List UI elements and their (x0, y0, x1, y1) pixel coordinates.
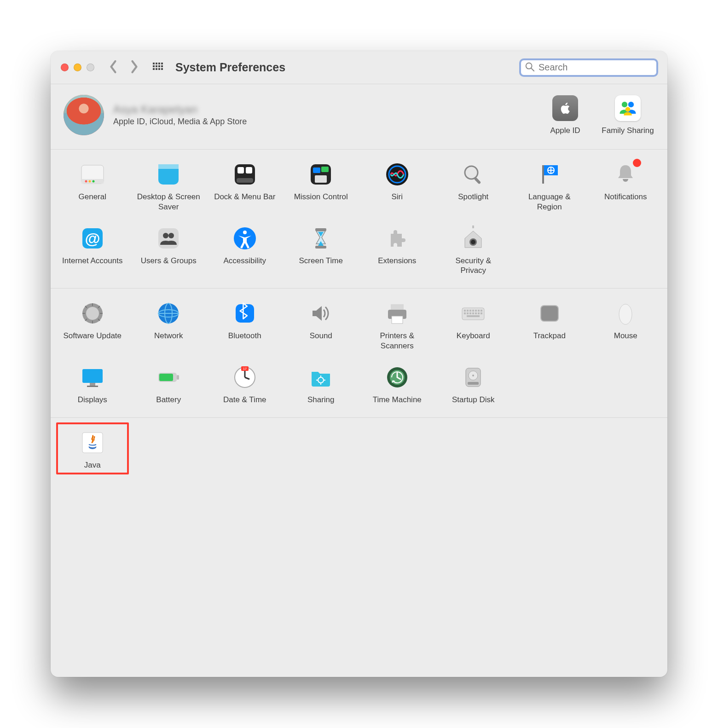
pref-label: Sound (310, 331, 332, 341)
general-icon (79, 161, 106, 188)
pref-row: Software UpdateNetworkBluetoothSoundPrin… (61, 300, 657, 351)
svg-rect-11 (161, 68, 163, 70)
apple-logo-icon (551, 94, 579, 122)
pref-screen-time[interactable]: Screen Time (290, 225, 353, 276)
pref-label: Accessibility (223, 256, 266, 266)
pref-language-region[interactable]: Language & Region (518, 161, 581, 212)
zoom-button[interactable] (87, 64, 94, 71)
desktop-icon (155, 161, 182, 188)
pref-dock-menubar[interactable]: Dock & Menu Bar (213, 161, 277, 212)
apple-id-label: Apple ID (550, 126, 580, 135)
house-lock-icon (459, 225, 487, 252)
pref-label: Mouse (614, 331, 637, 341)
search-field[interactable] (519, 58, 658, 77)
pref-section: Software UpdateNetworkBluetoothSoundPrin… (51, 289, 667, 418)
account-subtitle: Apple ID, iCloud, Media & App Store (113, 117, 247, 127)
gear-icon (79, 300, 106, 327)
pref-extensions[interactable]: Extensions (365, 225, 429, 276)
pref-label: General (79, 192, 106, 202)
pref-desktop-screensaver[interactable]: Desktop & Screen Saver (137, 161, 201, 212)
pref-users-groups[interactable]: Users & Groups (137, 225, 201, 276)
family-icon (614, 94, 642, 122)
toolbar: System Preferences (51, 51, 667, 84)
pref-spotlight[interactable]: Spotlight (442, 161, 505, 212)
pref-label: Notifications (604, 192, 647, 202)
pref-general[interactable]: General (61, 161, 124, 212)
pref-date-time[interactable]: Date & Time (213, 364, 277, 404)
pref-label: Time Machine (373, 395, 422, 404)
pref-label: Date & Time (223, 395, 266, 404)
show-all-button[interactable] (152, 62, 163, 73)
pref-label: Internet Accounts (62, 256, 122, 266)
apple-id-pref[interactable]: Apple ID (538, 94, 592, 135)
siri-icon (383, 161, 411, 188)
users-icon (155, 225, 182, 252)
pref-sharing[interactable]: Sharing (290, 364, 353, 404)
pref-trackpad[interactable]: Trackpad (518, 300, 581, 351)
pref-network[interactable]: Network (137, 300, 201, 351)
pref-security-privacy[interactable]: Security & Privacy (442, 225, 505, 276)
pref-keyboard[interactable]: Keyboard (442, 300, 505, 351)
user-avatar[interactable] (64, 95, 104, 135)
pref-accessibility[interactable]: Accessibility (213, 225, 277, 276)
magnifier-icon (459, 161, 487, 188)
pref-battery[interactable]: Battery (137, 364, 201, 404)
printer-icon (383, 300, 411, 327)
pref-row: Java (61, 429, 657, 470)
account-right: Apple ID Family Sharing (538, 94, 654, 135)
account-text: Asya Karapetyan Apple ID, iCloud, Media … (113, 103, 247, 127)
pref-time-machine[interactable]: Time Machine (365, 364, 429, 404)
trackpad-icon (536, 300, 563, 327)
mouse-icon (612, 300, 639, 327)
pref-label: Java (84, 460, 101, 470)
pref-java[interactable]: Java (56, 422, 129, 474)
pref-label: Dock & Menu Bar (214, 192, 275, 202)
family-sharing-label: Family Sharing (602, 126, 654, 135)
globe-icon (155, 300, 182, 327)
pref-mission-control[interactable]: Mission Control (290, 161, 353, 212)
svg-rect-10 (158, 68, 160, 70)
flag-icon (536, 161, 563, 188)
minimize-button[interactable] (74, 64, 81, 71)
pref-notifications[interactable]: Notifications (594, 161, 658, 212)
window-title: System Preferences (175, 61, 285, 74)
search-input[interactable] (538, 62, 653, 73)
pref-label: Users & Groups (141, 256, 197, 266)
svg-rect-1 (156, 63, 157, 64)
close-button[interactable] (61, 64, 69, 71)
pref-printers-scanners[interactable]: Printers & Scanners (365, 300, 429, 351)
pref-internet-accounts[interactable]: Internet Accounts (61, 225, 124, 276)
family-sharing-pref[interactable]: Family Sharing (601, 94, 654, 135)
pref-sound[interactable]: Sound (290, 300, 353, 351)
pref-displays[interactable]: Displays (61, 364, 124, 404)
at-sign-icon (79, 225, 106, 252)
svg-point-15 (628, 102, 634, 107)
svg-rect-3 (161, 63, 163, 64)
pref-label: Desktop & Screen Saver (137, 192, 201, 212)
pref-label: Startup Disk (452, 395, 495, 404)
nav-buttons (108, 60, 139, 75)
hourglass-icon (307, 225, 335, 252)
pref-label: Trackpad (533, 331, 566, 341)
bluetooth-icon (231, 300, 259, 327)
account-row: Asya Karapetyan Apple ID, iCloud, Media … (51, 84, 667, 150)
pref-startup-disk[interactable]: Startup Disk (442, 364, 505, 404)
pref-row: GeneralDesktop & Screen SaverDock & Menu… (61, 161, 657, 212)
pref-siri[interactable]: Siri (365, 161, 429, 212)
pref-label: Sharing (307, 395, 335, 404)
pref-label: Battery (156, 395, 181, 404)
svg-point-16 (625, 107, 631, 112)
pref-software-update[interactable]: Software Update (61, 300, 124, 351)
svg-rect-2 (158, 63, 160, 64)
back-button[interactable] (108, 60, 118, 75)
java-icon (79, 429, 106, 456)
pref-label: Siri (391, 192, 403, 202)
pref-label: Extensions (378, 256, 416, 266)
pref-label: Printers & Scanners (365, 331, 429, 351)
pref-label: Screen Time (299, 256, 343, 266)
pref-mouse[interactable]: Mouse (594, 300, 658, 351)
pref-label: Displays (78, 395, 107, 404)
search-icon (525, 62, 535, 74)
forward-button[interactable] (129, 60, 139, 75)
pref-bluetooth[interactable]: Bluetooth (213, 300, 277, 351)
